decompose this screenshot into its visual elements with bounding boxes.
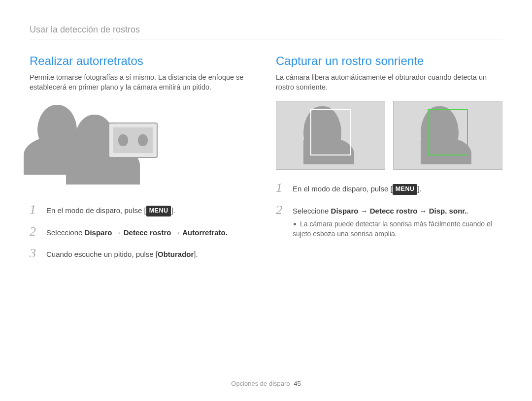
step-pre: Cuando escuche un pitido, pulse [ — [46, 250, 158, 258]
page-number: 45 — [294, 380, 300, 387]
right-description: La cámara libera automáticamente el obtu… — [276, 73, 502, 92]
left-steps: 1 En el modo de disparo, pulse [MENU]. 2… — [30, 203, 256, 260]
step-item: 1 En el modo de disparo, pulse [MENU]. — [276, 182, 502, 195]
face-box-neutral — [276, 101, 385, 170]
footer-label: Opciones de disparo — [231, 380, 290, 387]
mini-face-icon — [118, 134, 128, 146]
step-bold: Disparo → Detecc rostro → Disp. sonr. — [331, 207, 467, 215]
camera-screen-icon — [113, 127, 153, 153]
step-item: 3 Cuando escuche un pitido, pulse [Obtur… — [30, 247, 256, 260]
selfie-people-icon — [32, 101, 160, 190]
face-silhouette-icon — [303, 106, 358, 164]
step-text: En el modo de disparo, pulse [MENU]. — [46, 203, 175, 216]
breadcrumb: Usar la detección de rostros — [30, 25, 502, 39]
camera-icon — [108, 123, 158, 158]
step-number: 3 — [30, 247, 40, 260]
step-post: ]. — [417, 185, 421, 193]
step-post: ]. — [171, 206, 175, 215]
step-bold: Disparo → Detecc rostro → Autorretrato. — [85, 228, 228, 237]
step-item: 2 Seleccione Disparo → Detecc rostro → A… — [30, 225, 256, 239]
bullet-dot-icon — [294, 223, 296, 225]
step-bold: Obturador — [158, 250, 194, 258]
step-number: 2 — [30, 225, 40, 238]
step-pre: Seleccione — [293, 207, 331, 215]
step-item: 1 En el modo de disparo, pulse [MENU]. — [30, 203, 256, 216]
detection-frame-white-icon — [310, 109, 351, 155]
menu-badge-icon: MENU — [393, 184, 418, 195]
content-columns: Realizar autorretratos Permite tomarse f… — [30, 54, 502, 269]
right-steps: 1 En el modo de disparo, pulse [MENU]. 2… — [276, 182, 502, 239]
left-description: Permite tomarse fotografías a sí mismo. … — [30, 73, 256, 92]
step-item: 2 Seleccione Disparo → Detecc rostro → D… — [276, 204, 502, 239]
step-number: 2 — [276, 204, 287, 216]
face-box-smile — [393, 101, 502, 170]
step-pre: En el modo de disparo, pulse [ — [293, 185, 393, 193]
step-sub-bullet: La cámara puede detectar la sonrisa más … — [293, 219, 502, 239]
face-silhouette-icon — [421, 106, 475, 164]
person-silhouette-icon — [37, 105, 77, 151]
step-text: En el modo de disparo, pulse [MENU]. — [293, 182, 422, 195]
right-column: Capturar un rostro sonriente La cámara l… — [276, 54, 502, 269]
step-post: ]. — [194, 250, 198, 258]
step-text: Seleccione Disparo → Detecc rostro → Dis… — [293, 204, 502, 239]
step-number: 1 — [276, 182, 287, 194]
step-pre: Seleccione — [46, 228, 85, 237]
face-detection-illustrations — [276, 101, 502, 170]
mini-face-icon — [138, 134, 148, 146]
step-number: 1 — [30, 203, 40, 216]
step-text: Seleccione Disparo → Detecc rostro → Aut… — [46, 225, 228, 239]
step-post: . — [466, 207, 468, 215]
page-footer: Opciones de disparo 45 — [0, 380, 532, 387]
step-pre: En el modo de disparo, pulse [ — [46, 206, 146, 215]
step-sub-text: La cámara puede detectar la sonrisa más … — [293, 220, 492, 238]
self-portrait-illustration — [32, 101, 160, 190]
menu-badge-icon: MENU — [146, 206, 171, 216]
left-heading: Realizar autorretratos — [30, 54, 256, 68]
step-text: Cuando escuche un pitido, pulse [Obturad… — [46, 247, 198, 260]
right-heading: Capturar un rostro sonriente — [276, 54, 502, 68]
left-column: Realizar autorretratos Permite tomarse f… — [30, 54, 256, 269]
detection-frame-green-icon — [428, 109, 468, 155]
